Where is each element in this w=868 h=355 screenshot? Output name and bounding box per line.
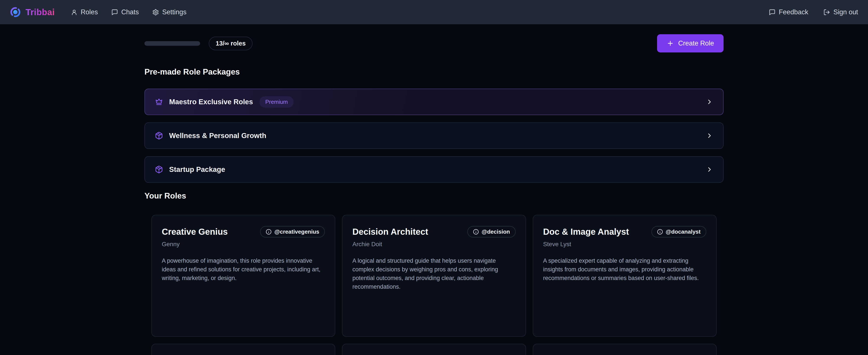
- role-subtitle: Steve Lyst: [543, 241, 706, 248]
- package-row-wellness-personal-growth[interactable]: Wellness & Personal Growth: [145, 122, 723, 149]
- nav-item-label: Chats: [121, 8, 139, 16]
- create-role-label: Create Role: [678, 39, 714, 47]
- role-cards-grid: Creative Genius @creativegenius Genny A …: [145, 215, 723, 337]
- premade-packages-heading: Pre-made Role Packages: [145, 67, 723, 77]
- role-handle: @decision: [482, 229, 510, 235]
- role-card-doc-image-analyst[interactable]: Doc & Image Analyst @docanalyst Steve Ly…: [533, 215, 717, 337]
- message-icon: [769, 9, 776, 16]
- chevron-right-icon: [706, 132, 713, 139]
- info-icon: [657, 229, 663, 235]
- sign-out-label: Sign out: [833, 8, 858, 16]
- create-role-button[interactable]: Create Role: [657, 34, 723, 53]
- role-description: A powerhouse of imagination, this role p…: [162, 256, 325, 283]
- role-handle-badge[interactable]: @decision: [467, 226, 516, 238]
- message-icon: [111, 9, 118, 16]
- package-title: Startup Package: [169, 166, 225, 174]
- role-card-decision-architect[interactable]: Decision Architect @decision Archie Doit…: [342, 215, 526, 337]
- brand-name: Tribbai: [26, 7, 55, 17]
- role-subtitle: Archie Doit: [352, 241, 516, 248]
- package-row-startup-package[interactable]: Startup Package: [145, 156, 723, 183]
- role-title: Doc & Image Analyst: [543, 227, 629, 237]
- package-list: Maestro Exclusive Roles Premium Wellness…: [145, 89, 723, 183]
- sign-out-button[interactable]: Sign out: [824, 8, 858, 16]
- feedback-label: Feedback: [779, 8, 808, 16]
- nav-item-settings[interactable]: Settings: [152, 8, 186, 16]
- chevron-right-icon: [706, 166, 713, 173]
- role-card-partial[interactable]: [533, 344, 717, 355]
- role-subtitle: Genny: [162, 241, 325, 248]
- role-cards-grid-next-row: [145, 344, 723, 355]
- roles-progress-bar: [145, 41, 200, 46]
- nav-right: Feedback Sign out: [769, 8, 858, 16]
- info-icon: [473, 229, 479, 235]
- gear-icon: [152, 9, 159, 16]
- package-row-maestro-exclusive-roles[interactable]: Maestro Exclusive Roles Premium: [145, 89, 723, 115]
- premium-badge: Premium: [259, 96, 294, 108]
- nav-item-chats[interactable]: Chats: [111, 8, 139, 16]
- roles-header: 13/∞ roles Create Role: [145, 34, 723, 53]
- role-card-creative-genius[interactable]: Creative Genius @creativegenius Genny A …: [151, 215, 335, 337]
- role-card-header: Doc & Image Analyst @docanalyst: [543, 226, 706, 238]
- package-icon: [155, 166, 163, 174]
- role-title: Creative Genius: [162, 227, 228, 237]
- chevron-right-icon: [706, 98, 713, 106]
- primary-nav: Roles Chats Settings: [71, 8, 186, 16]
- nav-item-label: Roles: [81, 8, 98, 16]
- role-handle: @docanalyst: [666, 229, 701, 235]
- info-icon: [266, 229, 272, 235]
- role-card-header: Decision Architect @decision: [352, 226, 516, 238]
- role-handle-badge[interactable]: @docanalyst: [651, 226, 706, 238]
- role-description: A logical and structured guide that help…: [352, 256, 516, 291]
- main-content: 13/∞ roles Create Role Pre-made Role Pac…: [145, 24, 723, 355]
- package-title: Maestro Exclusive Roles: [169, 98, 253, 106]
- role-card-partial[interactable]: [342, 344, 526, 355]
- your-roles-heading: Your Roles: [145, 191, 723, 201]
- tribbai-logo-icon: [10, 7, 21, 18]
- role-card-partial[interactable]: [151, 344, 335, 355]
- feedback-button[interactable]: Feedback: [769, 8, 808, 16]
- top-nav: Tribbai Roles Chats: [0, 0, 868, 24]
- nav-item-roles[interactable]: Roles: [71, 8, 98, 16]
- role-card-header: Creative Genius @creativegenius: [162, 226, 325, 238]
- logout-icon: [824, 9, 830, 16]
- role-description: A specialized expert capable of analyzin…: [543, 256, 706, 283]
- role-title: Decision Architect: [352, 227, 428, 237]
- role-handle-badge[interactable]: @creativegenius: [260, 226, 325, 238]
- brand[interactable]: Tribbai: [10, 7, 55, 18]
- roles-count-badge: 13/∞ roles: [209, 37, 252, 50]
- crown-icon: [155, 98, 163, 106]
- plus-icon: [666, 40, 674, 47]
- package-icon: [155, 131, 163, 140]
- nav-item-label: Settings: [162, 8, 186, 16]
- role-handle: @creativegenius: [274, 229, 319, 235]
- user-icon: [71, 9, 78, 16]
- package-title: Wellness & Personal Growth: [169, 131, 267, 140]
